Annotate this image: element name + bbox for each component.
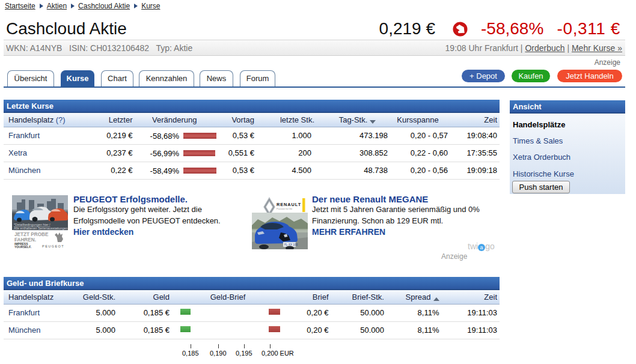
svg-text:Alle enthaltenen Serienausstat: Alle enthaltenen Serienausstattungen <box>14 226 68 230</box>
svg-text:FL-XX 100: FL-XX 100 <box>284 243 298 246</box>
svg-text:JETZT PROBE: JETZT PROBE <box>14 232 49 237</box>
svg-text:PEUGEOT: PEUGEOT <box>42 244 64 248</box>
svg-text:Passion for life: Passion for life <box>277 207 293 210</box>
svg-text:RENAULT: RENAULT <box>277 202 301 207</box>
svg-text:YOURSELF.: YOURSELF. <box>14 245 32 249</box>
